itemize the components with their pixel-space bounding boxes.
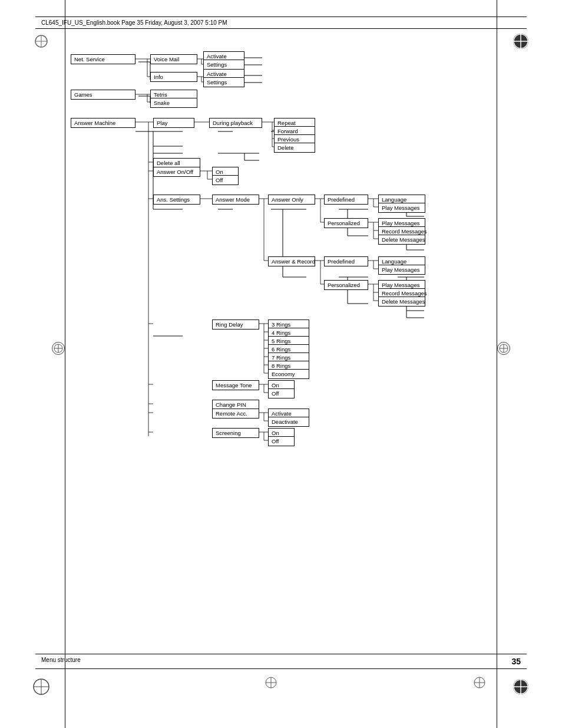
left-edge-crosshair xyxy=(52,342,65,355)
answer-machine-box: Answer Machine xyxy=(71,118,135,128)
off1-box: Off xyxy=(212,175,239,185)
info-box: Info xyxy=(150,72,197,82)
bottom-center-crosshair xyxy=(265,677,277,690)
snake-box: Snake xyxy=(150,98,197,108)
menu-tree-diagram: Net. Service Voice Mail Info Activate Se… xyxy=(71,47,491,651)
message-tone-box: Message Tone xyxy=(212,380,259,390)
delete-box: Delete xyxy=(274,143,315,153)
right-edge-crosshair xyxy=(497,342,510,355)
personalized2-box: Personalized xyxy=(324,280,368,290)
right-margin-line xyxy=(497,0,497,728)
ring-delay-box: Ring Delay xyxy=(212,319,259,330)
corner-decoration-bl xyxy=(32,678,50,696)
page-footer: Menu structure 35 xyxy=(35,654,527,669)
personalized1-box: Personalized xyxy=(324,218,368,228)
ans-settings-box: Ans. Settings xyxy=(153,195,200,205)
answer-onoff-box: Answer On/Off xyxy=(153,167,200,177)
voicemail-box: Voice Mail xyxy=(150,54,197,64)
predefined2-box: Predefined xyxy=(324,256,368,266)
remote-acc-box: Remote Acc. xyxy=(212,409,259,419)
footer-left: Menu structure xyxy=(35,657,81,666)
off-sc-box: Off xyxy=(268,436,295,446)
games-box: Games xyxy=(71,90,135,100)
during-playback-box: During playback xyxy=(209,118,262,128)
delete-messages1-box: Delete Messages xyxy=(378,235,425,245)
play-messages1-box: Play Messages xyxy=(378,203,425,213)
page-header: CL645_IFU_US_English.book Page 35 Friday… xyxy=(35,17,527,29)
economy-box: Economy xyxy=(268,369,309,379)
off-mt-box: Off xyxy=(268,388,295,398)
answer-record-box: Answer & Record xyxy=(268,256,315,266)
deactivate-ra-box: Deactivate xyxy=(268,417,309,427)
predefined1-box: Predefined xyxy=(324,195,368,205)
all-tree-lines xyxy=(71,47,530,460)
vm-settings2-box: Settings xyxy=(203,77,244,87)
play-box: Play xyxy=(153,118,194,128)
play-messages3-box: Play Messages xyxy=(378,265,425,275)
corner-decoration-br xyxy=(512,678,530,696)
vm-settings1-box: Settings xyxy=(203,60,244,70)
answer-only-box: Answer Only xyxy=(268,195,315,205)
left-margin-line xyxy=(65,0,65,728)
screening-box: Screening xyxy=(212,428,259,438)
delete-messages2-box: Delete Messages xyxy=(378,297,425,307)
answer-mode-box: Answer Mode xyxy=(212,195,259,205)
footer-right: 35 xyxy=(511,657,527,666)
corner-decoration-tr xyxy=(512,32,530,50)
net-service-box: Net. Service xyxy=(71,54,135,64)
bottom-right-crosshair xyxy=(474,677,485,690)
corner-decoration-tl xyxy=(32,32,50,50)
header-text: CL645_IFU_US_English.book Page 35 Friday… xyxy=(41,19,227,26)
